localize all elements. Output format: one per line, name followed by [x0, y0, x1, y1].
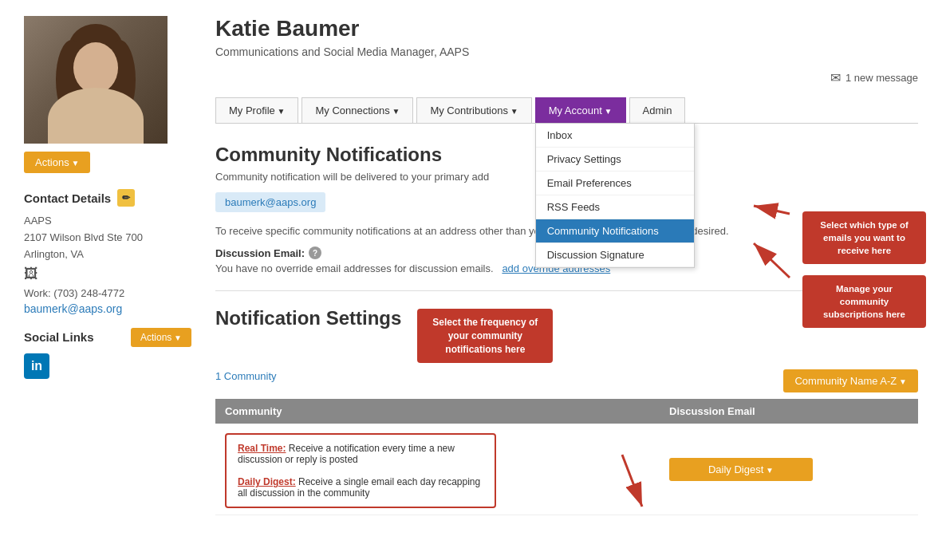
linkedin-icon[interactable]: in	[24, 353, 49, 379]
col-header-community: Community	[225, 405, 669, 417]
notification-settings-title: Notification Settings	[215, 307, 401, 329]
my-account-dropdown: Inbox Privacy Settings Email Preferences…	[535, 123, 695, 268]
real-time-link[interactable]: Real Time:	[238, 443, 286, 454]
daily-digest-link[interactable]: Daily Digest:	[238, 476, 296, 487]
dropdown-inbox[interactable]: Inbox	[536, 124, 694, 148]
dropdown-privacy-settings[interactable]: Privacy Settings	[536, 148, 694, 172]
table-row: Real Time: Receive a notification every …	[215, 424, 918, 515]
tab-my-account-wrapper: My Account Inbox Privacy Settings Email …	[535, 97, 626, 123]
contact-image-icon: 🖼	[24, 262, 191, 286]
notification-settings-section: Notification Settings Select the frequen…	[215, 307, 918, 515]
tab-admin[interactable]: Admin	[629, 97, 686, 123]
tab-my-profile[interactable]: My Profile	[215, 97, 298, 123]
dropdown-rss-feeds[interactable]: RSS Feeds	[536, 195, 694, 219]
svg-point-5	[73, 42, 118, 93]
tab-my-contributions[interactable]: My Contributions	[416, 97, 531, 123]
social-links-title: Social Links	[24, 330, 94, 344]
table-cell-email: Daily Digest	[669, 458, 908, 481]
contact-details-title: Contact Details ✏	[24, 189, 191, 207]
notification-header-row: 1 Community Community Name A-Z	[215, 369, 918, 392]
discussion-email-help-icon[interactable]: ?	[309, 246, 321, 259]
message-count: 1 new message	[845, 72, 918, 84]
info-callout: Real Time: Receive a notification every …	[225, 433, 496, 508]
social-links-section: Social Links Actions in	[24, 328, 191, 379]
primary-email-tag: baumerk@aaps.org	[215, 192, 325, 212]
svg-point-6	[52, 108, 140, 144]
avatar-image	[24, 16, 168, 144]
social-actions-button[interactable]: Actions	[131, 328, 191, 347]
table-cell-community: Real Time: Receive a notification every …	[225, 430, 669, 508]
user-title: Communications and Social Media Manager,…	[215, 45, 918, 58]
nav-tabs: My Profile My Connections My Contributio…	[215, 97, 918, 124]
callout-frequency: Select the frequency of your community n…	[417, 309, 553, 363]
dropdown-community-notifications[interactable]: Community Notifications	[536, 219, 694, 243]
svg-rect-7	[88, 92, 104, 108]
contact-phone: Work: (703) 248-4772	[24, 286, 191, 302]
edit-contact-icon[interactable]: ✏	[117, 189, 135, 207]
user-name: Katie Baumer	[215, 16, 918, 41]
email-frequency-dropdown[interactable]: Daily Digest	[669, 458, 813, 481]
message-notification: ✉ 1 new message	[215, 70, 918, 85]
main-content: Select which type of emails you want to …	[215, 16, 918, 515]
contact-address1: 2107 Wilson Blvd Ste 700	[24, 230, 191, 246]
callout-community-subs: Manage your community subscriptions here	[802, 275, 926, 328]
actions-button[interactable]: Actions	[24, 152, 90, 173]
tab-my-account[interactable]: My Account	[535, 97, 626, 123]
col-header-email: Discussion Email	[669, 405, 908, 417]
contact-address2: Arlington, VA	[24, 246, 191, 263]
table-header: Community Discussion Email	[215, 399, 918, 424]
contact-org: AAPS	[24, 213, 191, 230]
tab-my-connections[interactable]: My Connections	[302, 97, 413, 123]
envelope-icon: ✉	[830, 70, 841, 85]
callout-email-type: Select which type of emails you want to …	[802, 211, 926, 264]
contact-details-section: Contact Details ✏ AAPS 2107 Wilson Blvd …	[24, 189, 191, 315]
contact-email-link[interactable]: baumerk@aaps.org	[24, 302, 122, 315]
community-count: 1 Community	[215, 370, 277, 382]
user-avatar	[24, 16, 168, 144]
sort-button[interactable]: Community Name A-Z	[783, 369, 918, 392]
dropdown-discussion-signature[interactable]: Discussion Signature	[536, 243, 694, 267]
dropdown-email-preferences[interactable]: Email Preferences	[536, 172, 694, 195]
